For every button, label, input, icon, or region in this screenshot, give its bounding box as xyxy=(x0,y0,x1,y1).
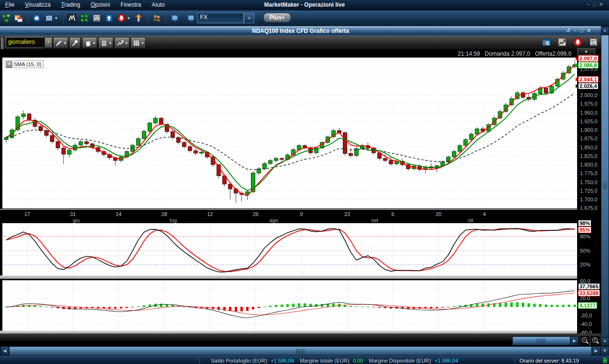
chart-window-title: NDAQ100 Index CFD Grafico offerta xyxy=(0,28,601,34)
layout-windows-icon[interactable] xyxy=(13,12,24,24)
dropdown-arrow-icon[interactable]: ▼ xyxy=(125,41,128,45)
period-combo-arrow-icon[interactable]: ▼ xyxy=(44,37,52,48)
macd-chart[interactable] xyxy=(2,280,577,331)
price-axis-label: 1.700,0 xyxy=(580,197,602,202)
stoch-marker: 98% xyxy=(578,220,591,226)
dropdown-arrow-icon[interactable]: ▼ xyxy=(141,41,144,45)
dropdown-arrow-icon[interactable]: ▼ xyxy=(63,41,67,45)
quote-panel-icon[interactable] xyxy=(542,38,552,47)
dropdown-arrow-icon[interactable]: ▼ xyxy=(109,41,112,45)
marker-arrow-icon xyxy=(576,78,579,81)
chart-toolbar: giornaliero ▼ ▼▼▼▼▼ xyxy=(0,36,601,49)
fx-combo-expand-icon[interactable]: » xyxy=(244,13,254,23)
chart-area: 21:14:59 Domanda 2.097,0 Offerta2.099,0 … xyxy=(0,49,601,346)
stoch-axis-label: 80% xyxy=(580,234,602,239)
zoom-out-icon: − xyxy=(582,337,587,343)
dropdown-arrow-icon[interactable]: ▼ xyxy=(127,16,130,20)
clipboard-icon[interactable]: ▼ xyxy=(99,37,113,49)
horizontal-scrollbar[interactable]: ◀ ▶ ▼ xyxy=(0,346,609,356)
hscroll-right-arrow-icon[interactable]: ▶ xyxy=(592,346,600,356)
zoom-in-button[interactable]: + xyxy=(590,335,600,346)
market-mover-icon[interactable] xyxy=(103,12,115,24)
legend-close-icon[interactable]: ✕ xyxy=(6,61,12,68)
maximize-icon[interactable]: □ xyxy=(580,28,587,33)
period-combo-value[interactable]: giornaliero xyxy=(6,37,44,48)
indicator-chart-icon[interactable]: ▼ xyxy=(115,37,130,49)
month-axis-label: ago xyxy=(270,217,278,223)
close-icon[interactable]: ✕ xyxy=(587,28,594,33)
quote-time: 21:14:59 xyxy=(458,50,480,57)
server-time-value: 8.43.19 xyxy=(561,358,579,364)
menu-item-file[interactable]: File xyxy=(0,0,20,8)
close-icon[interactable]: ✕ xyxy=(599,1,606,7)
price-axis-label: 1.725,0 xyxy=(580,188,602,194)
price-axis-label: 1.950,0 xyxy=(580,110,602,116)
price-axis-label: 1.800,0 xyxy=(580,162,602,167)
vertical-scrollbar[interactable]: ▲ ▼ xyxy=(601,27,609,346)
minimize-icon[interactable]: − xyxy=(587,1,593,7)
workspace-tree-icon[interactable] xyxy=(0,12,12,24)
dropdown-arrow-icon[interactable]: ▼ xyxy=(54,16,58,20)
data-table-icon[interactable]: ▼ xyxy=(131,37,146,49)
menu-item-opzioni[interactable]: Opzioni xyxy=(85,0,115,8)
toolbar-separator xyxy=(147,12,148,24)
date-axis-label: 31 xyxy=(70,211,76,217)
hscroll-thumb[interactable] xyxy=(9,346,592,356)
award-icon[interactable] xyxy=(133,12,144,24)
chart-thumbnail-icon[interactable] xyxy=(558,38,568,47)
menu-item-finestra[interactable]: Finestra xyxy=(115,0,146,8)
restore-down-icon[interactable]: ↺ xyxy=(566,28,573,33)
vscroll-thumb[interactable] xyxy=(601,35,609,337)
panel-separator[interactable] xyxy=(0,275,577,279)
news-panel-icon[interactable] xyxy=(589,38,599,47)
pan-hand-icon[interactable]: ▼ xyxy=(82,37,97,49)
menu-item-aiuto[interactable]: Aiuto xyxy=(147,0,170,8)
macd-axis-label: 20,0 xyxy=(580,295,602,301)
drawing-pencil-icon[interactable]: ▼ xyxy=(53,37,68,49)
collapse-chevron-button[interactable]: ▲ xyxy=(577,48,595,55)
period-combobox[interactable]: giornaliero ▼ xyxy=(6,37,52,47)
fx-monitor-icon[interactable] xyxy=(185,12,197,24)
hscroll-corner-arrow-icon[interactable]: ▼ xyxy=(600,346,609,356)
margin-total-value: 0,00 xyxy=(353,358,363,364)
menu-item-visualizza[interactable]: Visualizza xyxy=(20,0,56,8)
status-bar: Saldo Portafoglio (EUR): +1.586,04 Margi… xyxy=(0,356,609,364)
stochastic-chart[interactable] xyxy=(2,223,577,275)
zoom-out-button[interactable]: − xyxy=(579,335,590,346)
toolbar-grip[interactable] xyxy=(0,37,5,49)
date-axis-label: 4 xyxy=(483,211,486,217)
alarm-bell-icon[interactable] xyxy=(573,38,584,47)
plus-button[interactable]: Plus+ xyxy=(263,13,291,22)
vscroll-down-arrow-icon[interactable]: ▼ xyxy=(601,337,609,346)
fx-combobox[interactable]: FX » xyxy=(185,13,254,23)
candlestick-chart[interactable] xyxy=(2,58,577,208)
macd-histogram-bars xyxy=(5,302,576,311)
menu-item-trading[interactable]: Trading xyxy=(56,0,85,8)
date-axis-label: 20 xyxy=(436,211,441,217)
chart-peaks-icon[interactable] xyxy=(66,12,78,24)
hscroll-left-arrow-icon[interactable]: ◀ xyxy=(0,346,9,356)
bid-value: 2.097,0 xyxy=(511,50,530,57)
chart-hscrollbar-right-arrow-icon[interactable]: ▶ xyxy=(570,336,579,345)
legend-label: SMA (15, 0) xyxy=(14,61,41,68)
month-axis-label: lug xyxy=(170,217,177,223)
pin-icon[interactable] xyxy=(70,37,80,49)
stoch-marker: 95% xyxy=(578,226,591,233)
grid-board-icon[interactable]: ▼ xyxy=(43,12,60,24)
instrument-monitor-icon[interactable] xyxy=(169,12,180,24)
contacts-icon[interactable] xyxy=(151,12,162,24)
minimize-icon[interactable]: − xyxy=(574,28,580,33)
dropdown-arrow-icon[interactable]: ▼ xyxy=(92,41,96,45)
ask-label: Offerta xyxy=(535,50,552,57)
chart-hscrollbar-thumb[interactable] xyxy=(512,336,570,345)
quote-board-icon[interactable] xyxy=(79,12,90,24)
scrollbar-grip xyxy=(296,349,305,354)
restore-icon[interactable]: □ xyxy=(593,1,599,7)
alerts-bell-icon[interactable]: ▼ xyxy=(116,12,132,24)
fx-combo-value[interactable]: FX xyxy=(197,13,244,23)
vscroll-up-arrow-icon[interactable]: ▲ xyxy=(601,27,609,35)
macd-axis-label: -40,0 xyxy=(580,321,602,327)
portfolio-icon[interactable] xyxy=(31,12,42,24)
sma-legend: ✕SMA (15, 0) xyxy=(5,60,44,68)
news-icon[interactable] xyxy=(91,12,102,24)
